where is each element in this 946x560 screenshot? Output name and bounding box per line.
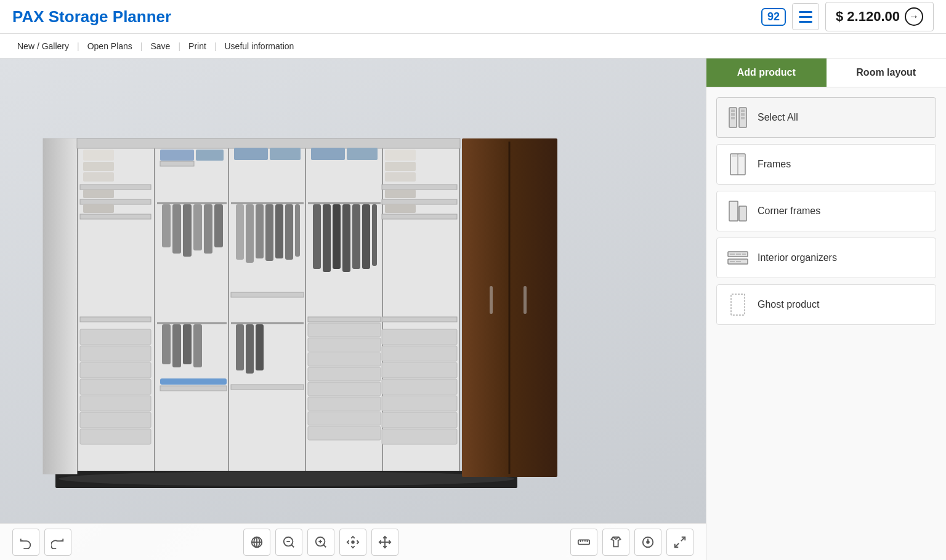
zoom-out-button[interactable]: [275, 529, 302, 556]
redo-button[interactable]: [44, 529, 71, 556]
svg-rect-16: [83, 190, 114, 198]
svg-rect-45: [234, 148, 268, 160]
svg-rect-65: [323, 204, 331, 272]
svg-rect-81: [385, 162, 416, 171]
svg-rect-23: [80, 362, 151, 378]
tape-measure-button[interactable]: [634, 529, 661, 556]
frames-button[interactable]: Frames: [716, 144, 936, 185]
svg-rect-58: [256, 324, 264, 370]
header-right: 92 $ 2.120.00 →: [761, 2, 934, 31]
ghost-product-button[interactable]: Ghost product: [716, 284, 936, 325]
nav-print[interactable]: Print: [184, 40, 211, 52]
fullscreen-button[interactable]: [666, 529, 693, 556]
svg-rect-41: [183, 324, 192, 364]
right-panel: Add product Room layout: [706, 58, 946, 560]
svg-rect-88: [382, 317, 457, 322]
menu-button[interactable]: [792, 3, 819, 30]
svg-rect-83: [382, 185, 457, 190]
svg-rect-25: [80, 396, 151, 411]
panel-tabs: Add product Room layout: [706, 58, 946, 87]
svg-rect-32: [162, 204, 171, 247]
corner-frames-button[interactable]: Corner frames: [716, 191, 936, 231]
svg-rect-56: [236, 324, 244, 370]
pan-button[interactable]: [339, 529, 366, 556]
orbit-button[interactable]: [243, 529, 270, 556]
svg-rect-73: [308, 338, 381, 351]
svg-rect-42: [193, 324, 202, 367]
undo-button[interactable]: [12, 529, 39, 556]
svg-rect-27: [80, 429, 151, 444]
nav-useful-info[interactable]: Useful information: [219, 40, 299, 52]
view-tools: [243, 529, 398, 556]
svg-rect-87: [382, 214, 457, 219]
svg-rect-79: [308, 426, 381, 440]
svg-rect-140: [736, 254, 741, 255]
svg-rect-128: [741, 110, 745, 112]
tab-room-layout[interactable]: Room layout: [827, 58, 947, 87]
svg-rect-70: [372, 204, 377, 266]
svg-rect-30: [160, 161, 194, 166]
header: PAX Storage Planner 92 $ 2.120.00 →: [0, 0, 946, 34]
nav-new-gallery[interactable]: New / Gallery: [12, 40, 74, 52]
svg-rect-69: [362, 204, 370, 269]
svg-rect-46: [270, 148, 301, 160]
details-button[interactable]: [602, 529, 629, 556]
svg-rect-52: [275, 204, 283, 258]
svg-rect-43: [160, 378, 227, 385]
svg-rect-64: [313, 204, 321, 269]
nav-sep-1: |: [77, 41, 79, 51]
svg-rect-39: [162, 324, 171, 364]
svg-rect-33: [172, 204, 181, 254]
svg-rect-62: [347, 148, 378, 160]
svg-rect-135: [729, 201, 738, 221]
svg-rect-48: [236, 204, 244, 260]
svg-rect-18: [83, 204, 114, 213]
svg-rect-10: [459, 138, 460, 471]
svg-rect-12: [83, 150, 114, 161]
svg-rect-6: [154, 138, 155, 471]
nav-open-plans[interactable]: Open Plans: [83, 40, 137, 52]
svg-rect-84: [385, 190, 416, 198]
svg-rect-15: [80, 185, 151, 190]
svg-rect-8: [305, 138, 306, 471]
svg-rect-50: [256, 204, 264, 258]
svg-line-108: [323, 545, 326, 547]
zoom-in-button[interactable]: [307, 529, 334, 556]
menu-icon-line3: [799, 21, 812, 23]
svg-rect-14: [83, 172, 114, 182]
svg-rect-93: [382, 396, 457, 411]
measure-button[interactable]: [570, 529, 597, 556]
svg-rect-142: [730, 261, 735, 262]
svg-rect-133: [732, 155, 737, 157]
svg-rect-95: [382, 429, 457, 444]
svg-rect-60: [231, 385, 304, 390]
move-button[interactable]: [371, 529, 398, 556]
svg-line-121: [681, 537, 685, 540]
svg-point-111: [352, 541, 354, 543]
svg-rect-91: [382, 362, 457, 378]
svg-rect-129: [741, 113, 745, 116]
svg-rect-141: [742, 254, 746, 255]
nav-save[interactable]: Save: [145, 40, 175, 52]
ghost-product-label: Ghost product: [758, 299, 820, 310]
svg-rect-28: [160, 150, 194, 161]
svg-rect-78: [308, 412, 381, 425]
svg-rect-37: [214, 204, 223, 247]
interior-organizers-button[interactable]: Interior organizers: [716, 238, 936, 278]
logo: PAX Storage Planner: [12, 7, 171, 26]
svg-rect-126: [731, 113, 735, 116]
select-all-icon: [727, 106, 749, 129]
select-all-button[interactable]: Select All: [716, 97, 936, 138]
price-arrow-icon: →: [905, 7, 923, 26]
ghost-product-icon: [727, 294, 749, 316]
svg-rect-143: [736, 261, 741, 262]
svg-rect-139: [730, 254, 735, 255]
viewport[interactable]: [0, 58, 706, 560]
svg-rect-51: [265, 204, 273, 261]
svg-rect-34: [183, 204, 192, 257]
tab-add-product[interactable]: Add product: [706, 58, 827, 87]
svg-rect-20: [80, 317, 151, 322]
price-button[interactable]: $ 2.120.00 →: [825, 2, 934, 31]
svg-rect-99: [524, 286, 527, 314]
svg-rect-26: [80, 412, 151, 428]
